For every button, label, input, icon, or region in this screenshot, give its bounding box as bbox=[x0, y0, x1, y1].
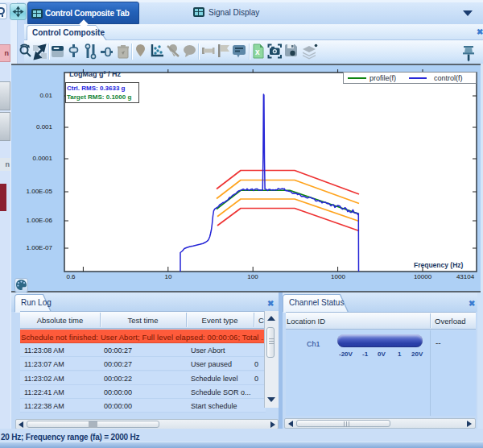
svg-text:x: x bbox=[255, 48, 260, 56]
